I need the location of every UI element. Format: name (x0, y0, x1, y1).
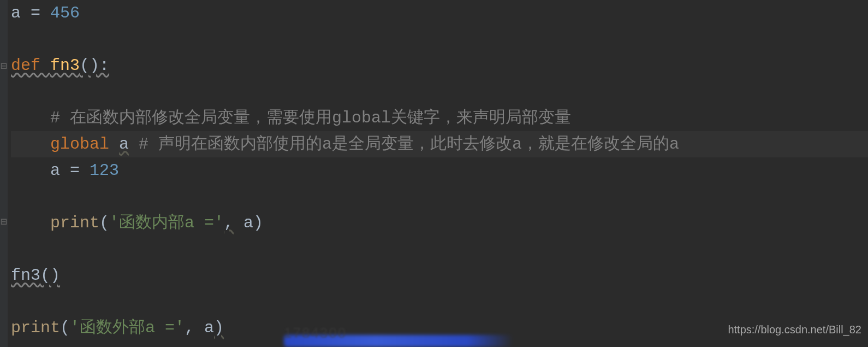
code-token: a (50, 161, 70, 180)
code-line[interactable]: print('函数内部a =', a) (11, 210, 868, 236)
code-token: print (50, 214, 99, 232)
code-line[interactable]: fn3() (11, 262, 868, 289)
code-line[interactable] (11, 289, 868, 315)
code-token: = (70, 161, 90, 180)
fold-toggle-icon[interactable] (0, 219, 8, 226)
fold-toggle-icon[interactable] (0, 63, 8, 70)
code-token: = (31, 4, 50, 22)
code-token (11, 135, 50, 154)
code-token: , (224, 214, 234, 232)
code-line[interactable] (11, 184, 868, 210)
code-token: a (234, 214, 253, 232)
code-token: a (11, 4, 31, 22)
code-line[interactable]: def fn3(): (11, 52, 868, 79)
code-token: , a (185, 319, 214, 337)
code-token: ) (253, 214, 263, 232)
code-token: # 在函数内部修改全局变量，需要使用global关键字，来声明局部变量 (50, 109, 571, 127)
code-token: 123 (90, 161, 119, 180)
code-line[interactable]: a = 123 (11, 157, 868, 184)
code-token: # 声明在函数内部使用的a是全局变量，此时去修改a，就是在修改全局的a (139, 135, 679, 154)
code-token: '函数外部a =' (70, 319, 185, 337)
code-token: (): (80, 56, 109, 75)
watermark-text: https://blog.csdn.net/Bill_82 (728, 316, 861, 343)
code-token (11, 214, 50, 232)
code-line[interactable] (11, 26, 868, 52)
code-line[interactable]: a = 456 (11, 0, 868, 26)
redaction-overlay (284, 335, 513, 347)
code-token: def (11, 56, 50, 75)
code-token: ( (60, 319, 70, 337)
code-token: print (11, 319, 60, 337)
code-token: '函数内部a =' (109, 214, 224, 232)
code-token: () (40, 266, 60, 285)
code-line[interactable] (11, 236, 868, 262)
code-token (11, 161, 50, 180)
code-token: a (119, 135, 129, 154)
code-area[interactable]: a = 456 def fn3(): # 在函数内部修改全局变量，需要使用glo… (11, 0, 868, 341)
code-line[interactable]: # 在函数内部修改全局变量，需要使用global关键字，来声明局部变量 (11, 105, 868, 131)
code-token: global (50, 135, 119, 154)
code-line[interactable]: global a # 声明在函数内部使用的a是全局变量，此时去修改a，就是在修改… (11, 131, 868, 157)
gutter (0, 0, 8, 347)
code-token: fn3 (11, 266, 40, 285)
code-line[interactable] (11, 79, 868, 105)
code-token (129, 135, 139, 154)
code-token: 456 (50, 4, 80, 22)
code-editor[interactable]: a = 456 def fn3(): # 在函数内部修改全局变量，需要使用glo… (0, 0, 868, 347)
code-token (11, 109, 50, 127)
code-token: ( (99, 214, 109, 232)
code-token: ) (214, 319, 224, 337)
code-token: fn3 (50, 56, 80, 75)
